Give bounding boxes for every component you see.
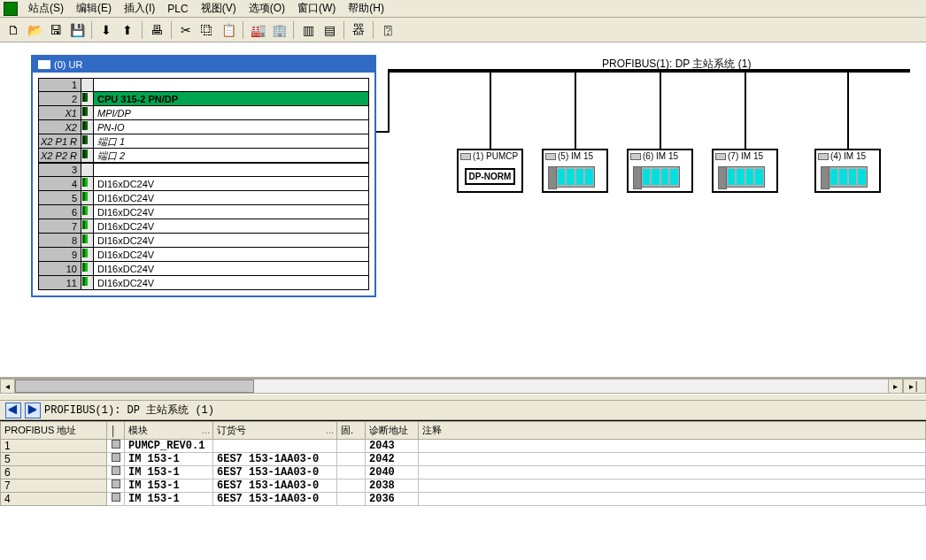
tb-catalog-icon[interactable]: ▥ <box>298 20 318 40</box>
tb-cut-icon[interactable]: ✂ <box>176 20 196 40</box>
bus-drop-line <box>575 69 576 150</box>
rack-module-name: DI16xDC24V <box>94 205 369 219</box>
col-diag[interactable]: 诊断地址 <box>366 422 419 440</box>
cell-addr: 5 <box>1 453 107 466</box>
rack-row[interactable]: X2 P2 R端口 2 <box>39 149 369 164</box>
detail-nav-bar: ⯇ ⯈ PROFIBUS(1): DP 主站系统 (1) <box>0 401 926 420</box>
scroll-right-icon[interactable]: ▸ <box>888 379 903 394</box>
tb-network-icon[interactable]: 器 <box>349 20 368 40</box>
tb-hw2-icon[interactable]: 🏢 <box>269 20 289 40</box>
rack-module-icon <box>81 79 94 92</box>
tb-print-icon[interactable]: 🖶 <box>147 20 166 40</box>
rack-title-bar[interactable]: (0) UR <box>33 57 374 73</box>
rack-row[interactable]: 11DI16xDC24V <box>39 276 369 290</box>
col-module-icon[interactable]: │ <box>107 422 125 440</box>
menu-help[interactable]: 帮助(H) <box>343 0 390 18</box>
rack-module-icon <box>81 106 94 120</box>
scroll-left-icon[interactable]: ◂ <box>0 379 15 394</box>
rack-module-icon <box>81 134 94 149</box>
nav-next-icon[interactable]: ⯈ <box>25 403 41 418</box>
cell-addr: 6 <box>1 466 107 479</box>
rack-row[interactable]: 9DI16xDC24V <box>39 248 369 262</box>
rack-row[interactable]: X2PN-IO <box>39 120 369 134</box>
nav-prev-icon[interactable]: ⯇ <box>5 403 21 418</box>
splitter-bar[interactable] <box>0 394 926 401</box>
rack-module-name: DI16xDC24V <box>94 219 369 234</box>
tb-open-icon[interactable]: 📂 <box>25 20 44 40</box>
bus-slave-node[interactable]: (1) PUMCPDP-NORM <box>457 149 523 193</box>
bus-line[interactable] <box>388 69 910 73</box>
slave-label: (5) IM 15 <box>558 151 593 161</box>
tb-save-station-icon[interactable]: 🖫 <box>46 20 66 40</box>
bus-slave-node[interactable]: (4) IM 15 <box>814 149 881 193</box>
menu-window[interactable]: 窗口(W) <box>292 0 341 18</box>
tb-copy-icon[interactable]: ⿻ <box>197 20 217 40</box>
scroll-end-icon[interactable]: ▸│ <box>903 379 926 394</box>
grid-row[interactable]: 7IM 153-16ES7 153-1AA03-02038 <box>1 479 926 493</box>
tb-save-icon[interactable]: 💾 <box>67 20 87 40</box>
rack-row[interactable]: 5DI16xDC24V <box>39 191 369 205</box>
work-hscrollbar[interactable]: ◂ ▸ ▸│ <box>0 379 926 394</box>
scroll-thumb[interactable] <box>15 380 254 393</box>
rack-row[interactable]: 3 <box>39 163 369 177</box>
grid-row[interactable]: 6IM 153-16ES7 153-1AA03-02040 <box>1 466 926 479</box>
col-fw[interactable]: 固. <box>337 422 366 440</box>
cell-module: IM 153-1 <box>125 466 213 479</box>
col-module[interactable]: 模块... <box>125 422 213 440</box>
cell-addr: 7 <box>1 479 107 493</box>
tb-hw1-icon[interactable]: 🏭 <box>248 20 267 40</box>
menu-plc[interactable]: PLC <box>162 1 193 17</box>
tb-help-icon[interactable]: ⍰ <box>378 20 397 40</box>
grid-row[interactable]: 4IM 153-16ES7 153-1AA03-02036 <box>1 493 926 506</box>
menu-options[interactable]: 选项(O) <box>243 0 290 18</box>
cell-diag: 2043 <box>366 440 419 453</box>
bus-slave-node[interactable]: (7) IM 15 <box>712 149 778 193</box>
cell-module: IM 153-1 <box>125 479 213 493</box>
col-order[interactable]: 订货号... <box>213 422 337 440</box>
menu-station[interactable]: 站点(S) <box>23 0 69 18</box>
tb-download-icon[interactable]: ⬇ <box>96 20 116 40</box>
bus-slave-node[interactable]: (5) IM 15 <box>542 149 608 193</box>
cell-order: 6ES7 153-1AA03-0 <box>213 493 337 506</box>
rack-row[interactable]: 7DI16xDC24V <box>39 219 369 234</box>
rack-module-name: 端口 2 <box>94 149 369 164</box>
rack-module-icon <box>81 248 94 262</box>
detail-grid[interactable]: PROFIBUS 地址 │ 模块... 订货号... 固. 诊断地址 注释 1P… <box>0 420 926 546</box>
rack-row[interactable]: 6DI16xDC24V <box>39 205 369 219</box>
rack-window[interactable]: (0) UR 12CPU 315-2 PN/DPX1MPI/DPX2PN-IOX… <box>31 55 376 297</box>
cell-order: 6ES7 153-1AA03-0 <box>213 453 337 466</box>
cell-module-icon <box>107 453 125 466</box>
cell-diag: 2038 <box>366 479 419 493</box>
rack-module-icon <box>81 149 94 164</box>
col-comment[interactable]: 注释 <box>419 422 926 440</box>
tb-paste-icon[interactable]: 📋 <box>219 20 238 40</box>
rack-slot-number: 10 <box>39 262 81 276</box>
hardware-config-canvas[interactable]: (0) UR 12CPU 315-2 PN/DPX1MPI/DPX2PN-IOX… <box>0 42 926 379</box>
rack-row[interactable]: 4DI16xDC24V <box>39 177 369 191</box>
rack-row[interactable]: 2CPU 315-2 PN/DP <box>39 92 369 106</box>
col-profibus-addr[interactable]: PROFIBUS 地址 <box>1 422 107 440</box>
rack-module-name: 端口 1 <box>94 134 369 149</box>
rack-module-icon <box>81 276 94 290</box>
rack-row[interactable]: 10DI16xDC24V <box>39 262 369 276</box>
tb-upload-icon[interactable]: ⬆ <box>118 20 137 40</box>
slave-icon <box>715 153 726 160</box>
bus-slave-node[interactable]: (6) IM 15 <box>627 149 693 193</box>
menu-edit[interactable]: 编辑(E) <box>71 0 117 18</box>
rack-row[interactable]: X1MPI/DP <box>39 106 369 120</box>
cell-diag: 2042 <box>366 453 419 466</box>
toolbar: 🗋 📂 🖫 💾 ⬇ ⬆ 🖶 ✂ ⿻ 📋 🏭 🏢 ▥ ▤ 器 ⍰ <box>0 18 926 42</box>
rack-slot-table[interactable]: 12CPU 315-2 PN/DPX1MPI/DPX2PN-IOX2 P1 R端… <box>38 78 369 290</box>
grid-row[interactable]: 5IM 153-16ES7 153-1AA03-02042 <box>1 453 926 466</box>
rack-row[interactable]: 8DI16xDC24V <box>39 234 369 248</box>
tb-props-icon[interactable]: ▤ <box>320 20 339 40</box>
menu-insert[interactable]: 插入(I) <box>119 0 160 18</box>
tb-new-icon[interactable]: 🗋 <box>4 20 23 40</box>
grid-row[interactable]: 1PUMCP_REV0.12043 <box>1 440 926 453</box>
rack-row[interactable]: X2 P1 R端口 1 <box>39 134 369 149</box>
menu-view[interactable]: 视图(V) <box>196 0 242 18</box>
rack-module-icon <box>81 163 94 177</box>
rack-icon <box>38 60 50 69</box>
rack-slot-number: 7 <box>39 219 81 234</box>
rack-row[interactable]: 1 <box>39 79 369 92</box>
